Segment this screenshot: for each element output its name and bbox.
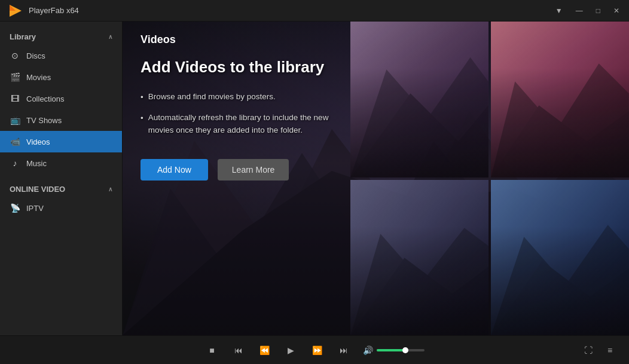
online-video-chevron-icon: ∧: [108, 186, 112, 192]
player-right-icons: ⛶ ≡: [581, 343, 617, 357]
sidebar-item-tv-shows[interactable]: 📺 TV Shows: [0, 109, 122, 131]
learn-more-button[interactable]: Learn More: [218, 159, 289, 181]
sidebar-item-music[interactable]: ♪ Music: [0, 152, 122, 174]
volume-icon: 🔊: [363, 345, 373, 355]
content-area: Videos Add Videos to the library Browse …: [123, 22, 629, 335]
app-title: PlayerFab x64: [29, 6, 79, 15]
content-overlay: Videos Add Videos to the library Browse …: [123, 22, 629, 335]
sidebar-item-label: Discs: [26, 51, 45, 60]
iptv-icon: 📡: [10, 203, 20, 213]
sidebar-item-collections[interactable]: 🎞 Collections: [0, 88, 122, 109]
online-video-section-header[interactable]: ONLINE VIDEO ∧: [0, 179, 122, 197]
sidebar-item-label: Videos: [26, 137, 50, 146]
discs-icon: ⊙: [10, 50, 20, 61]
player-bar: ■ ⏮ ⏪ ▶ ⏩ ⏭ 🔊 ⛶ ≡: [0, 335, 629, 364]
menu-dropdown-button[interactable]: ▼: [553, 5, 565, 16]
fast-forward-button[interactable]: ⏩: [310, 343, 325, 357]
section-title: Videos: [141, 33, 611, 46]
sidebar-item-label: IPTV: [26, 204, 44, 213]
videos-icon: 📹: [10, 136, 20, 147]
fullscreen-button[interactable]: ⛶: [581, 343, 596, 357]
volume-slider[interactable]: [377, 349, 425, 351]
tv-shows-icon: 📺: [10, 115, 20, 126]
titlebar-left: PlayerFab x64: [7, 2, 79, 19]
sidebar-item-movies[interactable]: 🎬 Movies: [0, 66, 122, 88]
movies-icon: 🎬: [10, 72, 20, 82]
maximize-button[interactable]: □: [594, 5, 603, 16]
library-section-header[interactable]: Library ∧: [0, 26, 122, 45]
features-list: Browse and find movies by posters. Autom…: [141, 91, 344, 145]
music-icon: ♪: [10, 158, 20, 169]
sidebar-item-discs[interactable]: ⊙ Discs: [0, 45, 122, 66]
sidebar: Library ∧ ⊙ Discs 🎬 Movies 🎞 Collections…: [0, 22, 123, 335]
main-title: Add Videos to the library: [141, 58, 611, 77]
feature-item-2: Automatically refresh the library to inc…: [141, 112, 344, 136]
playlist-button[interactable]: ≡: [603, 343, 617, 357]
collections-icon: 🎞: [10, 93, 20, 104]
sidebar-item-label: Collections: [26, 94, 65, 103]
stop-button[interactable]: ■: [205, 343, 219, 357]
library-chevron-icon: ∧: [108, 33, 112, 40]
feature-item-1: Browse and find movies by posters.: [141, 91, 344, 103]
app-logo-icon: [7, 2, 24, 19]
close-button[interactable]: ✕: [611, 5, 622, 16]
play-button[interactable]: ▶: [284, 343, 298, 357]
minimize-button[interactable]: —: [573, 5, 585, 16]
sidebar-item-label: TV Shows: [26, 116, 62, 125]
add-now-button[interactable]: Add Now: [141, 159, 208, 181]
sidebar-item-videos[interactable]: 📹 Videos: [0, 131, 122, 152]
volume-area: 🔊: [363, 345, 425, 355]
titlebar-controls: ▼ — □ ✕: [553, 5, 622, 16]
prev-button[interactable]: ⏮: [231, 343, 246, 357]
sidebar-item-label: Music: [26, 159, 47, 168]
volume-thumb: [402, 347, 408, 353]
rewind-button[interactable]: ⏪: [258, 343, 272, 357]
sidebar-item-iptv[interactable]: 📡 IPTV: [0, 197, 122, 219]
volume-fill: [377, 349, 405, 351]
main-layout: Library ∧ ⊙ Discs 🎬 Movies 🎞 Collections…: [0, 22, 629, 335]
titlebar: PlayerFab x64 ▼ — □ ✕: [0, 0, 629, 22]
action-buttons: Add Now Learn More: [141, 159, 611, 181]
next-button[interactable]: ⏭: [337, 343, 351, 357]
sidebar-item-label: Movies: [26, 73, 51, 82]
